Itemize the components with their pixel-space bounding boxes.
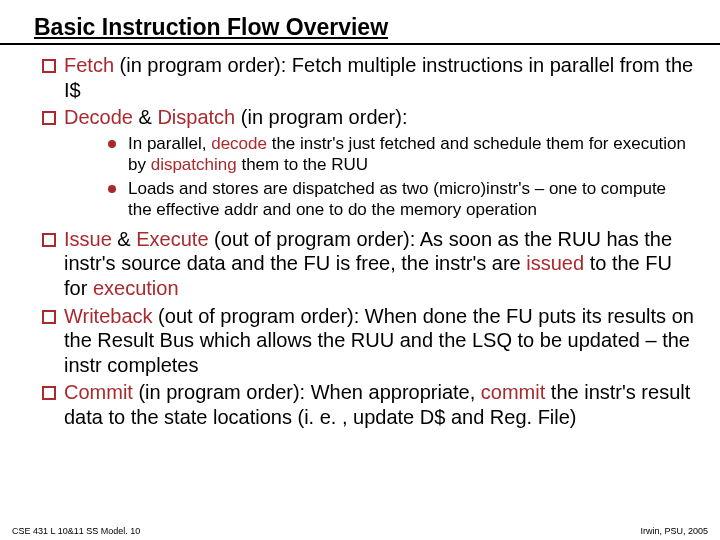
footer-left: CSE 431 L 10&11 SS Model. 10 [12,526,140,536]
bullet-item: Commit (in program order): When appropri… [40,380,700,429]
text-segment: (in program order): [241,106,408,128]
text-segment: dispatching [151,155,237,174]
bullet-item: Decode & Dispatch (in program order):In … [40,105,700,221]
text-segment: (out of program order): When done the FU… [64,305,694,376]
slide-title: Basic Instruction Flow Overview [34,14,720,41]
text-segment: (in program order): When appropriate, [138,381,480,403]
text-segment: Execute [136,228,214,250]
text-segment: Writeback [64,305,158,327]
text-segment: In parallel, [128,134,211,153]
text-segment: & [139,106,158,128]
bullet-list: Fetch (in program order): Fetch multiple… [20,53,700,429]
text-segment: Loads and stores are dispatched as two (… [128,179,666,219]
slide-footer: CSE 431 L 10&11 SS Model. 10 Irwin, PSU,… [12,526,708,536]
bullet-item: Issue & Execute (out of program order): … [40,227,700,301]
footer-right: Irwin, PSU, 2005 [640,526,708,536]
text-segment: Decode [64,106,139,128]
text-segment: Issue [64,228,117,250]
title-rule [0,43,720,45]
text-segment: Dispatch [157,106,240,128]
bullet-item: Fetch (in program order): Fetch multiple… [40,53,700,102]
sub-list: In parallel, decode the instr's just fet… [64,134,700,221]
bullet-item: Writeback (out of program order): When d… [40,304,700,378]
text-segment: (in program order): Fetch multiple instr… [64,54,693,101]
sub-bullet-item: In parallel, decode the instr's just fet… [108,134,686,175]
text-segment: issued [526,252,584,274]
text-segment: commit [481,381,545,403]
text-segment: them to the RUU [237,155,368,174]
slide-body: Fetch (in program order): Fetch multiple… [0,53,720,429]
text-segment: execution [93,277,179,299]
sub-bullet-item: Loads and stores are dispatched as two (… [108,179,686,220]
text-segment: & [117,228,136,250]
text-segment: Fetch [64,54,120,76]
text-segment: decode [211,134,267,153]
text-segment: Commit [64,381,138,403]
